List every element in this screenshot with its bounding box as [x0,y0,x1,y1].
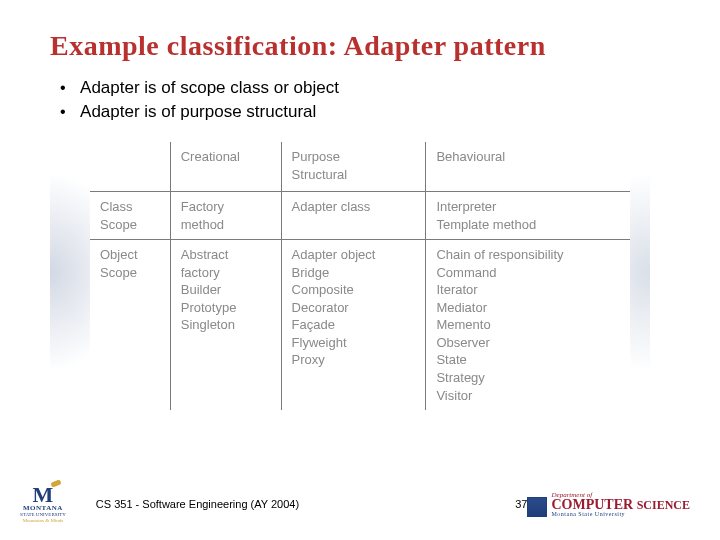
table-row: Object Scope Abstract factory Builder Pr… [90,240,630,410]
table-row: Class Scope Factory method Adapter class… [90,192,630,240]
slide: Example classification: Adapter pattern … [0,0,720,540]
header-behavioural: Behavioural [426,142,630,192]
bullet-item: Adapter is of purpose structural [60,102,670,122]
cell-structural-object: Adapter object Bridge Composite Decorato… [281,240,426,410]
cs-word-computer: COMPUTER [551,497,633,512]
header-creational: Creational [170,142,281,192]
header-structural: Purpose Structural [281,142,426,192]
classification-table-area: Creational Purpose Structural Behavioura… [90,142,630,422]
cell-object-scope: Object Scope [90,240,170,410]
cs-word-science: SCIENCE [637,498,690,512]
cell-behavioural-object: Chain of responsibility Command Iterator… [426,240,630,410]
classification-table: Creational Purpose Structural Behavioura… [90,142,630,410]
footer-page-number: 37 [497,498,527,510]
bullet-list: Adapter is of scope class or object Adap… [60,78,670,122]
msu-subtitle: STATE UNIVERSITY [20,512,66,517]
cpu-icon [527,497,547,517]
cell-creational-class: Factory method [170,192,281,240]
msu-m-icon: M [33,485,54,505]
cell-behavioural-class: Interpreter Template method [426,192,630,240]
cell-class-scope: Class Scope [90,192,170,240]
msu-logo: M MONTANA STATE UNIVERSITY Mountains & M… [20,485,66,524]
slide-title: Example classification: Adapter pattern [50,30,670,62]
slide-footer: M MONTANA STATE UNIVERSITY Mountains & M… [0,482,720,526]
bullet-item: Adapter is of scope class or object [60,78,670,98]
cell-creational-object: Abstract factory Builder Prototype Singl… [170,240,281,410]
msu-motto: Mountains & Minds [23,518,64,523]
footer-course: CS 351 - Software Engineering (AY 2004) [66,498,498,510]
table-header-row: Creational Purpose Structural Behavioura… [90,142,630,192]
header-empty [90,142,170,192]
cs-dept-logo: Department of COMPUTER SCIENCE Montana S… [527,491,690,518]
cs-main-title: COMPUTER SCIENCE [551,499,690,512]
cell-structural-class: Adapter class [281,192,426,240]
cs-subtitle: Montana State University [551,511,625,517]
